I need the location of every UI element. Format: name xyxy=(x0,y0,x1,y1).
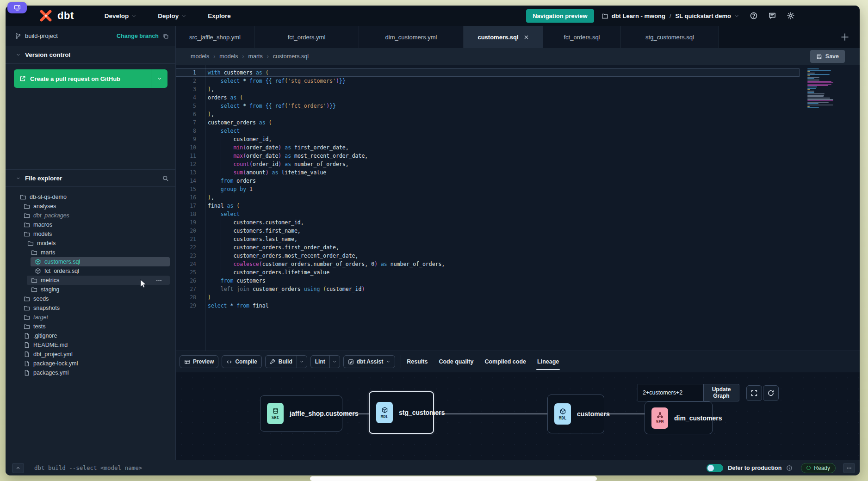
new-tab-button[interactable] xyxy=(840,32,849,42)
code-line-19[interactable]: 19 customers.customer_id, xyxy=(176,218,860,227)
code-line-15[interactable]: 15 group by 1 xyxy=(176,185,860,193)
project-selector[interactable]: dbt Learn - mwong / SL quickstart demo xyxy=(601,12,739,19)
menu-develop[interactable]: Develop xyxy=(105,12,137,19)
info-icon[interactable] xyxy=(786,465,793,471)
file-tab-fct_orders.sql[interactable]: fct_orders.sql xyxy=(543,26,621,48)
panel-tab-compiled-code[interactable]: Compiled code xyxy=(484,351,526,372)
lineage-canvas[interactable]: 2+customers+2 Update Graph SRCjaffle_sho… xyxy=(176,372,860,460)
code-line-21[interactable]: 21 customers.last_name, xyxy=(176,235,860,243)
breadcrumb-item[interactable]: customers.sql xyxy=(273,53,309,60)
code-line-11[interactable]: 11 max(order_date) as most_recent_order_… xyxy=(176,152,860,160)
tree-item-customers.sql[interactable]: customers.sql xyxy=(31,257,170,266)
code-line-20[interactable]: 20 customers.first_name, xyxy=(176,227,860,235)
minimap[interactable] xyxy=(807,68,835,109)
breadcrumb-item[interactable]: marts xyxy=(248,53,263,60)
build-dropdown-button[interactable] xyxy=(297,356,307,368)
update-graph-button[interactable]: Update Graph xyxy=(703,384,739,401)
tree-item-target[interactable]: target xyxy=(6,313,175,322)
search-icon[interactable] xyxy=(162,175,169,182)
lineage-search-input[interactable]: 2+customers+2 xyxy=(638,384,703,401)
tree-item-README.md[interactable]: README.md xyxy=(6,340,175,350)
lint-dropdown-button[interactable] xyxy=(329,356,340,368)
tree-item-seeds[interactable]: seeds xyxy=(6,294,175,303)
code-line-1[interactable]: 1with customers as ( xyxy=(176,68,800,77)
copy-icon[interactable] xyxy=(162,33,169,39)
command-input[interactable]: dbt build --select <model_name> xyxy=(34,464,142,471)
code-line-7[interactable]: 7customer_orders as ( xyxy=(176,118,860,127)
file-explorer-header[interactable]: File explorer xyxy=(6,169,175,187)
menu-deploy[interactable]: Deploy xyxy=(158,12,186,19)
tree-item-packages.yml[interactable]: packages.yml xyxy=(6,368,175,377)
pull-request-dropdown-button[interactable] xyxy=(151,69,167,88)
code-line-6[interactable]: 6), xyxy=(176,110,860,118)
code-line-14[interactable]: 14 from orders xyxy=(176,177,860,185)
compile-button[interactable]: Compile xyxy=(222,355,261,368)
code-line-18[interactable]: 18 select xyxy=(176,210,860,218)
code-editor[interactable]: 1with customers as (2 select * from {{ r… xyxy=(176,65,860,351)
breadcrumb-item[interactable]: models xyxy=(219,53,238,60)
code-line-12[interactable]: 12 count(order_id) as number_of_orders, xyxy=(176,160,860,168)
item-options-icon[interactable] xyxy=(155,277,162,284)
tree-item-dbt_project.yml[interactable]: dbt_project.yml xyxy=(6,350,175,359)
tree-item-marts[interactable]: marts xyxy=(6,248,175,257)
tree-item-models[interactable]: models xyxy=(6,239,175,248)
code-line-22[interactable]: 22 customer_orders.first_order_date, xyxy=(176,243,860,252)
defer-to-production-toggle[interactable] xyxy=(707,464,723,472)
panel-tab-code-quality[interactable]: Code quality xyxy=(439,351,473,372)
dbt-logo[interactable]: dbt xyxy=(39,9,74,23)
fullscreen-button[interactable] xyxy=(746,385,762,401)
lineage-node-stg_customers[interactable]: MDLstg_customers xyxy=(369,391,434,434)
change-branch-link[interactable]: Change branch xyxy=(117,33,159,39)
file-tab-stg_customers.sql[interactable]: stg_customers.sql xyxy=(621,26,719,48)
code-line-24[interactable]: 24 coalesce(customer_orders.number_of_or… xyxy=(176,260,860,268)
tree-item-db-sl-qs-demo[interactable]: db-sl-qs-demo xyxy=(6,192,175,202)
code-line-2[interactable]: 2 select * from {{ ref('stg_customers')}… xyxy=(176,77,860,85)
tree-item-metrics[interactable]: metrics xyxy=(27,276,170,285)
save-button[interactable]: Save xyxy=(810,50,845,63)
code-line-23[interactable]: 23 customer_orders.most_recent_order_dat… xyxy=(176,252,860,260)
code-line-28[interactable]: 28) xyxy=(176,293,860,302)
code-line-25[interactable]: 25 customer_orders.lifetime_value xyxy=(176,268,860,277)
code-line-4[interactable]: 4orders as ( xyxy=(176,93,860,102)
tree-item-macros[interactable]: macros xyxy=(6,220,175,229)
close-tab-icon[interactable] xyxy=(523,34,529,40)
code-line-26[interactable]: 26 from customers xyxy=(176,277,860,285)
settings-gear-icon[interactable] xyxy=(787,12,795,20)
menu-explore[interactable]: Explore xyxy=(208,12,231,19)
code-line-27[interactable]: 27 left join customer_orders using (cust… xyxy=(176,285,860,293)
code-line-8[interactable]: 8 select xyxy=(176,127,860,135)
tree-item-snapshots[interactable]: snapshots xyxy=(6,303,175,313)
code-line-9[interactable]: 9 customer_id, xyxy=(176,135,860,143)
tree-item-models[interactable]: models xyxy=(6,229,175,239)
dbt-assist-button[interactable]: dbt Assist xyxy=(343,355,396,368)
preview-button[interactable]: Preview xyxy=(180,355,218,368)
file-tab-src_jaffle_shop.yml[interactable]: src_jaffle_shop.yml xyxy=(176,26,254,48)
panel-tab-results[interactable]: Results xyxy=(407,351,428,372)
code-line-3[interactable]: 3), xyxy=(176,85,860,93)
breadcrumb-item[interactable]: models xyxy=(191,53,209,60)
lineage-node-dim_customers[interactable]: SEMdim_customers xyxy=(645,401,713,434)
build-button[interactable]: Build xyxy=(265,355,307,368)
code-line-16[interactable]: 16), xyxy=(176,193,860,202)
navigation-preview-button[interactable]: Navigation preview xyxy=(526,9,594,23)
lint-button[interactable]: Lint xyxy=(310,355,340,368)
tree-item-.gitignore[interactable]: .gitignore xyxy=(6,331,175,340)
tree-item-tests[interactable]: tests xyxy=(6,322,175,331)
panel-tab-lineage[interactable]: Lineage xyxy=(537,351,559,372)
tree-item-package-lock.yml[interactable]: package-lock.yml xyxy=(6,359,175,368)
version-control-header[interactable]: Version control xyxy=(6,46,175,64)
tree-item-fct_orders.sql[interactable]: fct_orders.sql xyxy=(6,266,175,276)
expand-command-bar-button[interactable] xyxy=(12,463,24,473)
more-options-button[interactable] xyxy=(843,463,855,473)
file-tab-dim_customers.yml[interactable]: dim_customers.yml xyxy=(359,26,464,48)
create-pull-request-main[interactable]: Create a pull request on GitHub xyxy=(14,75,151,82)
tree-item-dbt_packages[interactable]: dbt_packages xyxy=(6,211,175,220)
refresh-button[interactable] xyxy=(763,385,779,401)
file-tab-fct_orders.yml[interactable]: fct_orders.yml xyxy=(254,26,359,48)
tree-item-staging[interactable]: staging xyxy=(6,285,175,294)
code-line-13[interactable]: 13 sum(amount) as lifetime_value xyxy=(176,168,860,177)
tree-item-analyses[interactable]: analyses xyxy=(6,202,175,211)
help-icon[interactable] xyxy=(750,12,758,20)
create-pull-request-button[interactable]: Create a pull request on GitHub xyxy=(14,69,167,88)
code-line-10[interactable]: 10 min(order_date) as first_order_date, xyxy=(176,143,860,152)
